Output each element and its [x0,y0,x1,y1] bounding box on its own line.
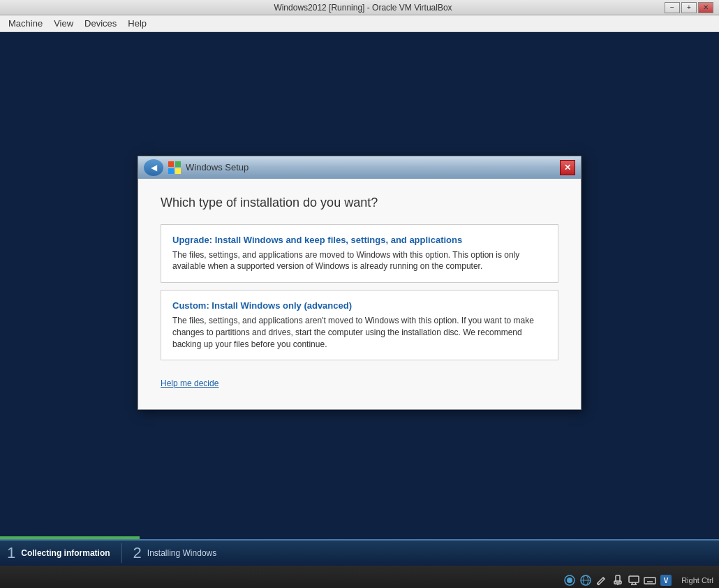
window-controls: − + ✕ [665,2,713,13]
step-divider [121,543,122,563]
right-ctrl-label: Right Ctrl [681,576,713,585]
step-2-label: Installing Windows [147,548,216,558]
maximize-button[interactable]: + [681,2,697,13]
upgrade-option[interactable]: Upgrade: Install Windows and keep files,… [161,224,558,284]
edit-icon[interactable] [595,573,609,587]
svg-rect-0 [168,161,174,167]
svg-point-5 [567,578,572,583]
menu-help[interactable]: Help [122,16,152,31]
step-1-label: Collecting information [21,548,110,558]
progress-area [0,534,719,539]
vm-display-area: ◀ Windows Setup ✕ Which type of installa… [0,32,719,534]
network-icon[interactable] [579,573,593,587]
step-2: 2 Installing Windows [133,544,217,562]
usb-icon[interactable] [611,573,625,587]
step-2-number: 2 [133,544,142,562]
windows-icon [168,161,181,175]
step-1-number: 1 [7,544,15,562]
svg-rect-19 [644,578,655,584]
custom-option-title: Custom: Install Windows only (advanced) [172,300,547,311]
taskbar: V Right Ctrl [0,566,719,588]
virtualbox-icon[interactable]: V [659,573,673,587]
dialog-content: Which type of installation do you want? … [138,179,581,410]
svg-rect-15 [629,576,639,582]
windows-setup-dialog: ◀ Windows Setup ✕ Which type of installa… [138,156,581,411]
custom-option-desc: The files, settings, and applications ar… [172,315,547,350]
upgrade-option-title: Upgrade: Install Windows and keep files,… [172,235,547,245]
minimize-button[interactable]: − [665,2,680,13]
window-title: Windows2012 [Running] - Oracle VM Virtua… [61,3,665,13]
menu-view[interactable]: View [48,16,79,31]
dialog-titlebar: ◀ Windows Setup ✕ [138,156,581,179]
svg-text:V: V [664,577,669,585]
dialog-title: Windows Setup [186,162,249,172]
svg-rect-1 [175,161,181,167]
dialog-close-button[interactable]: ✕ [560,160,575,175]
custom-option[interactable]: Custom: Install Windows only (advanced) … [161,290,558,360]
menu-bar: Machine View Devices Help [0,15,719,32]
menu-devices[interactable]: Devices [79,16,122,31]
menu-machine[interactable]: Machine [3,16,48,31]
upgrade-option-desc: The files, settings, and applications ar… [172,249,547,273]
screen-capture-icon[interactable] [563,573,577,587]
monitor-icon[interactable] [627,573,641,587]
vm-status-bar: 1 Collecting information 2 Installing Wi… [0,539,719,566]
title-bar: Windows2012 [Running] - Oracle VM Virtua… [0,0,719,15]
svg-rect-2 [168,168,174,174]
progress-bar [0,536,140,539]
svg-rect-3 [175,168,181,174]
svg-line-9 [603,578,605,579]
step-1: 1 Collecting information [7,544,110,562]
keyboard-icon[interactable] [643,573,657,587]
installation-question: Which type of installation do you want? [161,196,558,210]
tray-icons: V [560,573,676,587]
back-button[interactable]: ◀ [144,159,163,176]
close-window-button[interactable]: ✕ [698,2,713,13]
help-me-decide-link[interactable]: Help me decide [161,378,218,388]
